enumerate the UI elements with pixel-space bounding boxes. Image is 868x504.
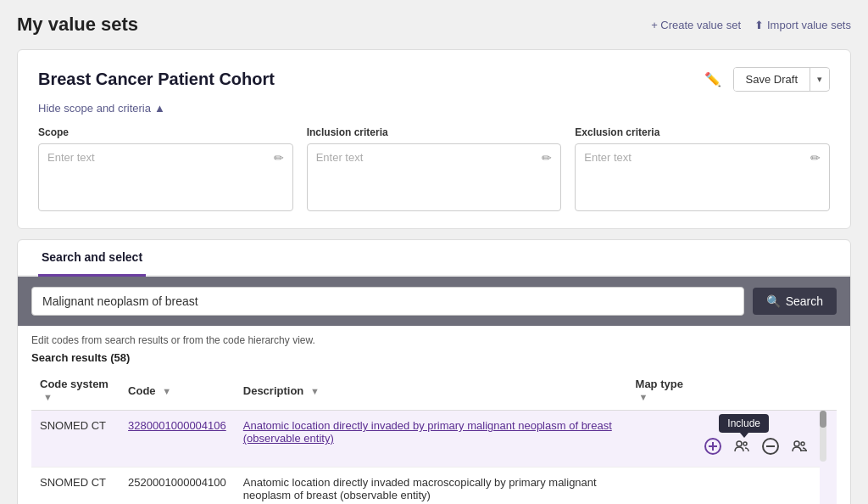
search-icon: 🔍 [766,294,781,308]
search-input[interactable] [31,287,744,316]
scope-input[interactable]: Enter text ✏ [38,143,293,211]
upload-icon: ⬆ [754,19,764,31]
scope-placeholder: Enter text [47,151,95,164]
search-bar-area: 🔍 Search [18,277,850,326]
tabs-row: Search and select [18,240,850,277]
edit-title-button[interactable]: ✏️ [699,70,726,89]
header-actions: + Create value set ⬆ Import value sets [651,19,851,31]
scope-edit-icon[interactable]: ✏ [274,151,284,165]
results-count: Search results (58) [31,351,837,364]
inclusion-input[interactable]: Enter text ✏ [307,143,562,211]
svg-point-3 [737,441,742,446]
scope-field: Scope Enter text ✏ [38,126,293,211]
search-select-card: Search and select 🔍 Search Edit codes fr… [17,239,851,504]
cohort-title-row: Breast Cancer Patient Cohort ✏️ Save Dra… [38,67,830,92]
save-draft-split: Save Draft ▾ [733,67,830,92]
page-title: My value sets [17,14,138,36]
results-table-body: SNOMED CT 3280001000004106 Anatomic loca… [31,411,837,505]
import-value-sets-button[interactable]: ⬆ Import value sets [754,19,851,31]
col-description: Description ▼ [235,371,627,411]
cohort-title: Breast Cancer Patient Cohort [38,70,275,89]
page-header: My value sets + Create value set ⬆ Impor… [17,14,851,36]
filter-icon-code[interactable]: ▼ [162,386,171,396]
inclusion-field: Inclusion criteria Enter text ✏ [307,126,562,211]
chevron-up-icon: ▲ [154,102,165,115]
inclusion-edit-icon[interactable]: ✏ [542,151,552,165]
results-table-header: Code system ▼ Code ▼ Description ▼ Map [31,371,837,411]
action-cell-row1 [693,468,820,505]
cell-code-system: SNOMED CT [31,411,120,468]
scrollbar-cell-row0 [820,411,837,505]
code-link[interactable]: 3280001000004106 [128,419,226,432]
table-row: SNOMED CT 3280001000004106 Anatomic loca… [31,411,837,468]
cell-description: Anatomic location directly invaded macro… [235,468,627,505]
exclusion-label: Exclusion criteria [575,126,830,138]
cohort-card: Breast Cancer Patient Cohort ✏️ Save Dra… [17,49,851,229]
results-area: Edit codes from search results or from t… [18,326,850,504]
col-code: Code ▼ [120,371,235,411]
col-map-type: Map type ▼ [627,371,693,411]
scrollbar-track[interactable] [820,411,826,462]
include-tooltip: Include [719,414,769,433]
cell-code: 3280001000004106 [120,411,235,468]
svg-point-4 [743,442,747,445]
svg-point-8 [801,442,804,445]
filter-icon-description[interactable]: ▼ [310,386,320,396]
scope-label: Scope [38,126,293,138]
col-code-system: Code system ▼ [31,371,120,411]
tab-search-select[interactable]: Search and select [38,240,146,277]
cell-map-type [627,468,693,505]
save-draft-button[interactable]: Save Draft [734,68,810,91]
cell-map-type [627,411,693,468]
filter-icon-map-type[interactable]: ▼ [639,392,648,402]
exclusion-input[interactable]: Enter text ✏ [575,143,830,211]
cell-code: 2520001000004100 [120,468,235,505]
inclusion-placeholder: Enter text [316,151,364,164]
scrollbar-thumb [820,411,826,428]
toggle-scope-label: Hide scope and criteria [38,102,151,115]
cohort-title-actions: ✏️ Save Draft ▾ [699,67,830,92]
svg-point-7 [794,441,799,446]
toggle-scope-button[interactable]: Hide scope and criteria ▲ [38,102,165,115]
filter-icon-code-system[interactable]: ▼ [43,392,53,402]
save-draft-dropdown-button[interactable]: ▾ [810,69,829,90]
group-exclude-button[interactable] [787,434,811,458]
action-icons-row0 [701,434,811,458]
col-actions [693,371,820,411]
include-button[interactable] [701,434,725,458]
exclude-button[interactable] [759,434,782,458]
results-table: Code system ▼ Code ▼ Description ▼ Map [31,371,837,504]
inclusion-label: Inclusion criteria [307,126,562,138]
group-include-button[interactable] [730,434,754,458]
cell-code-system: SNOMED CT [31,468,120,505]
col-scrollbar [820,371,837,411]
exclusion-edit-icon[interactable]: ✏ [810,151,821,165]
create-value-set-button[interactable]: + Create value set [651,19,741,31]
table-row: SNOMED CT 2520001000004100 Anatomic loca… [31,468,837,505]
exclusion-placeholder: Enter text [584,151,632,164]
edit-note: Edit codes from search results or from t… [31,334,837,346]
scope-grid: Scope Enter text ✏ Inclusion criteria En… [38,126,830,211]
cell-description: Anatomic location directly invaded by pr… [235,411,627,468]
description-link[interactable]: Anatomic location directly invaded by pr… [243,419,612,445]
action-cell-row0: Include [693,411,820,468]
search-button[interactable]: 🔍 Search [753,288,837,315]
exclusion-field: Exclusion criteria Enter text ✏ [575,126,830,211]
